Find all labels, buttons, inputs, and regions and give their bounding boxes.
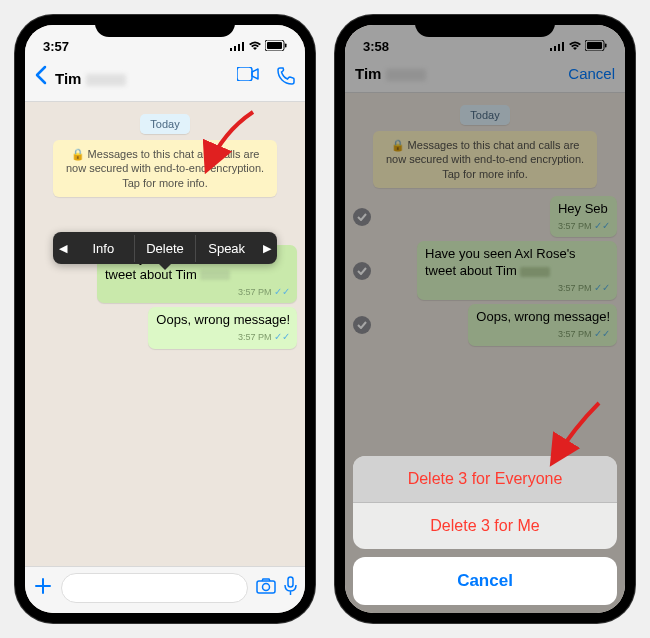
action-sheet: Delete 3 for Everyone Delete 3 for Me Ca…: [353, 456, 617, 605]
status-time: 3:58: [363, 39, 389, 54]
chat-header: Tim Cancel: [345, 59, 625, 93]
cancel-selection[interactable]: Cancel: [568, 65, 615, 82]
phone-right: 3:58 Tim Cancel Today 🔒 Messages to this…: [335, 15, 635, 623]
svg-rect-11: [550, 48, 552, 51]
delete-for-everyone[interactable]: Delete 3 for Everyone: [353, 456, 617, 503]
svg-rect-13: [558, 44, 560, 51]
menu-next-icon[interactable]: ▶: [257, 242, 277, 255]
message-bubble[interactable]: Have you seen Axl Rose's tweet about Tim…: [417, 241, 617, 299]
chat-area[interactable]: Today 🔒 Messages to this chat and calls …: [25, 102, 305, 566]
svg-rect-6: [285, 43, 287, 47]
date-divider: Today: [33, 114, 297, 132]
battery-icon: [265, 39, 287, 54]
svg-rect-5: [267, 42, 282, 49]
select-checkbox[interactable]: [353, 316, 371, 334]
svg-point-9: [263, 584, 270, 591]
status-icons: [550, 39, 607, 54]
wifi-icon: [568, 39, 582, 54]
message-row[interactable]: Hey Seb 3:57 PM ✓✓: [353, 196, 617, 238]
message-row[interactable]: Oops, wrong message! 3:57 PM ✓✓: [33, 307, 297, 349]
status-icons: [230, 39, 287, 54]
delivered-icon: ✓✓: [594, 328, 610, 339]
svg-rect-3: [242, 42, 244, 51]
delivered-icon: ✓✓: [274, 286, 290, 297]
menu-delete[interactable]: Delete: [135, 235, 197, 262]
sheet-cancel[interactable]: Cancel: [353, 557, 617, 605]
encryption-notice[interactable]: 🔒 Messages to this chat and calls are no…: [373, 131, 597, 188]
menu-info[interactable]: Info: [73, 235, 135, 262]
chat-header: Tim: [25, 59, 305, 102]
message-bubble[interactable]: Oops, wrong message! 3:57 PM ✓✓: [148, 307, 297, 349]
message-row[interactable]: Have you seen Axl Rose's tweet about Tim…: [353, 241, 617, 299]
svg-rect-10: [288, 577, 293, 587]
input-bar: [25, 566, 305, 613]
attach-icon[interactable]: [33, 576, 53, 600]
wifi-icon: [248, 39, 262, 54]
message-input[interactable]: [61, 573, 248, 603]
svg-rect-7: [237, 67, 252, 81]
battery-icon: [585, 39, 607, 54]
date-divider: Today: [353, 105, 617, 123]
signal-icon: [230, 39, 245, 54]
encryption-notice[interactable]: 🔒 Messages to this chat and calls are no…: [53, 140, 277, 197]
mic-icon[interactable]: [284, 576, 297, 600]
message-bubble[interactable]: Oops, wrong message! 3:57 PM ✓✓: [468, 304, 617, 346]
phone-left: 3:57 Tim: [15, 15, 315, 623]
delete-for-me[interactable]: Delete 3 for Me: [353, 503, 617, 549]
svg-rect-14: [562, 42, 564, 51]
video-call-icon[interactable]: [237, 67, 259, 89]
context-menu: ◀ Info Delete Speak ▶: [53, 232, 277, 264]
camera-icon[interactable]: [256, 578, 276, 598]
screen: 3:57 Tim: [25, 25, 305, 613]
delivered-icon: ✓✓: [274, 331, 290, 342]
notch: [415, 15, 555, 37]
message-bubble[interactable]: Hey Seb 3:57 PM ✓✓: [550, 196, 617, 238]
menu-speak[interactable]: Speak: [196, 235, 257, 262]
select-checkbox[interactable]: [353, 208, 371, 226]
contact-name[interactable]: Tim: [355, 65, 560, 82]
voice-call-icon[interactable]: [277, 67, 295, 89]
notch: [95, 15, 235, 37]
screen: 3:58 Tim Cancel Today 🔒 Messages to this…: [345, 25, 625, 613]
back-button[interactable]: [35, 65, 47, 91]
delivered-icon: ✓✓: [594, 282, 610, 293]
delivered-icon: ✓✓: [594, 220, 610, 231]
svg-rect-12: [554, 46, 556, 51]
status-time: 3:57: [43, 39, 69, 54]
svg-rect-0: [230, 48, 232, 51]
message-row[interactable]: Oops, wrong message! 3:57 PM ✓✓: [353, 304, 617, 346]
svg-rect-1: [234, 46, 236, 51]
contact-name[interactable]: Tim: [55, 70, 229, 87]
svg-rect-16: [587, 42, 602, 49]
select-checkbox[interactable]: [353, 262, 371, 280]
signal-icon: [550, 39, 565, 54]
svg-rect-17: [605, 43, 607, 47]
svg-rect-2: [238, 44, 240, 51]
menu-prev-icon[interactable]: ◀: [53, 242, 73, 255]
